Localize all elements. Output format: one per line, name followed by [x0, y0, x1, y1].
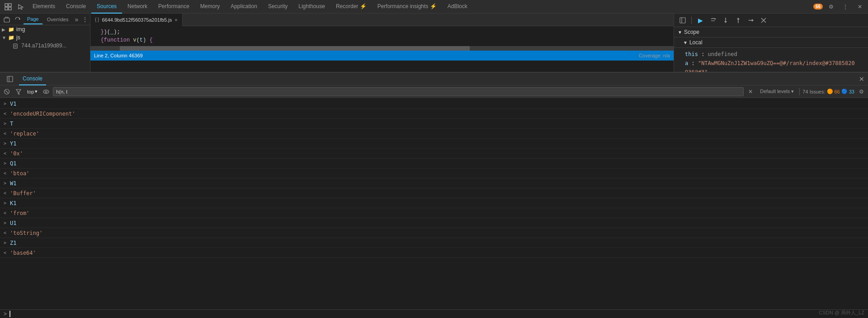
- tab-list: Elements Console Sources Network Perform…: [2, 0, 473, 14]
- resume-button[interactable]: ▶: [695, 15, 705, 25]
- svg-marker-18: [737, 18, 740, 19]
- tab-lighthouse[interactable]: Lighthouse: [293, 0, 330, 14]
- scope-header[interactable]: ▼ Scope: [674, 27, 868, 37]
- tab-security[interactable]: Security: [263, 0, 293, 14]
- sidebar-more-icon[interactable]: »: [75, 16, 78, 23]
- issues-orange-number: 66: [835, 89, 840, 94]
- filter-toggle-button[interactable]: [14, 87, 24, 97]
- console-entry-z1[interactable]: > Z1: [0, 238, 868, 248]
- svg-marker-27: [16, 89, 21, 94]
- expand-arrow-t: >: [4, 121, 8, 126]
- step-over-button[interactable]: [708, 15, 718, 25]
- expand-arrow-y1: >: [4, 141, 8, 146]
- tab-elements[interactable]: Elements: [27, 0, 61, 14]
- console-settings-icon[interactable]: ⚙: [856, 87, 866, 97]
- sidebar-tab-overrides[interactable]: Overrides: [43, 15, 72, 24]
- sidebar-tab-page[interactable]: Page: [24, 14, 42, 24]
- expand-arrow-base64: <: [4, 250, 8, 255]
- console-tab-label: Console: [23, 75, 42, 82]
- tab-bar-actions: 66 ⚙ ⋮ ✕: [813, 0, 866, 13]
- console-content: > V1 < 'encodeURIComponent' > T < 'repla…: [0, 98, 868, 309]
- deactivate-breakpoints-icon[interactable]: [759, 15, 769, 25]
- clear-console-button[interactable]: [2, 87, 12, 97]
- console-entry-v1[interactable]: > V1: [0, 99, 868, 109]
- devtools-icon: [2, 0, 14, 14]
- folder-name-js: js: [16, 34, 20, 41]
- expand-arrow-buffer: <: [4, 191, 8, 196]
- console-entry-0x[interactable]: < '0x': [0, 149, 868, 159]
- console-entry-buffer[interactable]: < 'Buffer': [0, 188, 868, 198]
- tab-performance-insights[interactable]: Performance insights ⚡: [372, 0, 442, 14]
- expand-arrow-v1: >: [4, 101, 8, 106]
- file-tab-close[interactable]: ×: [175, 17, 177, 23]
- local-header[interactable]: ▼ Local: [674, 37, 868, 48]
- console-entry-tostring[interactable]: < 'toString': [0, 228, 868, 238]
- console-entry-y1[interactable]: > Y1: [0, 139, 868, 149]
- tab-memory[interactable]: Memory: [195, 0, 225, 14]
- horizontal-scrollbar[interactable]: [90, 46, 674, 51]
- tab-application[interactable]: Application: [225, 0, 263, 14]
- tab-recorder[interactable]: Recorder ⚡: [330, 0, 372, 14]
- console-entry-replace[interactable]: < 'replace': [0, 129, 868, 139]
- expand-sources-icon[interactable]: [678, 15, 688, 25]
- console-close-button[interactable]: ✕: [859, 75, 864, 83]
- eye-icon[interactable]: [41, 87, 51, 97]
- cursor-icon[interactable]: [14, 0, 27, 14]
- svg-rect-3: [9, 7, 11, 10]
- settings-icon[interactable]: ⚙: [825, 0, 837, 13]
- scope-this-value: undefined: [708, 51, 737, 57]
- console-entry-w1[interactable]: > W1: [0, 178, 868, 188]
- step-button[interactable]: [746, 15, 756, 25]
- tab-performance[interactable]: Performance: [153, 0, 195, 14]
- step-out-button[interactable]: [733, 15, 743, 25]
- scope-a-key: a: [685, 60, 688, 66]
- console-cursor: [9, 311, 10, 317]
- svg-marker-20: [752, 19, 754, 22]
- file-tree-sidebar: Page Overrides » ⋮ ▶ 📁 img ▼ 📁 js 744.a7…: [0, 14, 90, 72]
- console-entry-base64[interactable]: < 'base64': [0, 248, 868, 258]
- console-entry-from[interactable]: < 'from': [0, 208, 868, 218]
- entry-from: 'from': [10, 210, 29, 216]
- console-entry-btoa[interactable]: < 'btoa': [0, 168, 868, 178]
- tab-network[interactable]: Network: [122, 0, 153, 14]
- folder-icon-js: 📁: [8, 35, 14, 41]
- refresh-icon[interactable]: [13, 14, 23, 24]
- entry-k1: K1: [10, 200, 16, 206]
- more-options-icon[interactable]: ⋮: [839, 0, 852, 13]
- clear-filter-icon[interactable]: ✕: [745, 87, 755, 97]
- new-tab-icon[interactable]: [2, 14, 12, 24]
- active-file-tab[interactable]: { } 6644.9bd512f560375a201fb5.js ×: [90, 14, 183, 26]
- file-name: 744.a71a199d89...: [21, 42, 66, 49]
- entry-y1: Y1: [10, 140, 16, 147]
- entry-v1: V1: [10, 101, 16, 107]
- console-entry-encodeuri[interactable]: < 'encodeURIComponent': [0, 109, 868, 119]
- console-levels-dropdown[interactable]: Default levels ▾: [757, 88, 797, 95]
- console-entry-q1[interactable]: > Q1: [0, 159, 868, 168]
- tab-console[interactable]: Console: [61, 0, 91, 14]
- devtools-tab-bar: Elements Console Sources Network Perform…: [0, 0, 868, 14]
- cursor-position: Line 2, Column 46369: [94, 53, 143, 58]
- console-entry-t[interactable]: > T: [0, 119, 868, 129]
- sidebar-toggle-icon[interactable]: [4, 73, 16, 85]
- tab-sources[interactable]: Sources: [91, 0, 122, 14]
- console-entry-u1[interactable]: > U1: [0, 218, 868, 228]
- levels-label: Default levels ▾: [760, 89, 794, 94]
- console-entry-k1[interactable]: > K1: [0, 198, 868, 208]
- expand-arrow-0x: <: [4, 151, 8, 156]
- step-into-button[interactable]: [721, 15, 731, 25]
- close-icon[interactable]: ✕: [854, 0, 866, 13]
- scrollbar-thumb[interactable]: [120, 46, 470, 51]
- scope-content: this : undefined a : "NTAwMGNuZnJ1ZW1waG…: [674, 48, 868, 72]
- file-item-js[interactable]: 744.a71a199d89...: [0, 42, 90, 50]
- tree-item-img[interactable]: ▶ 📁 img: [0, 25, 90, 33]
- file-tab-icon: { }: [95, 17, 99, 22]
- chevron-right-icon: ▶: [2, 27, 8, 32]
- tree-item-js[interactable]: ▼ 📁 js: [0, 33, 90, 42]
- folder-icon: 📁: [8, 27, 14, 33]
- issues-blue-number: 33: [849, 89, 854, 94]
- console-tab[interactable]: Console: [19, 73, 46, 85]
- sidebar-menu-icon[interactable]: ⋮: [82, 16, 88, 23]
- context-selector[interactable]: top ▾: [25, 88, 39, 95]
- tab-adblock[interactable]: AdBlock: [442, 0, 473, 14]
- console-filter-input[interactable]: h(n, t: [53, 87, 744, 96]
